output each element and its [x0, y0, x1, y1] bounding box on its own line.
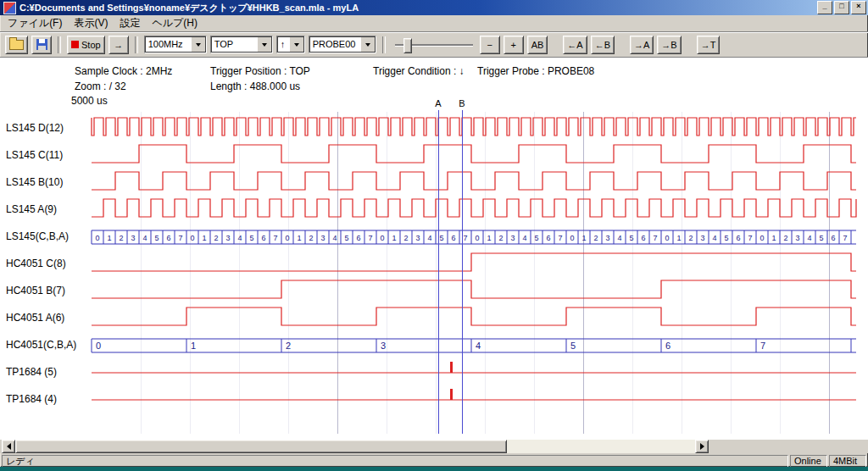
zoom-slider-thumb[interactable]	[403, 38, 412, 53]
menu-file[interactable]: ファイル(F)	[2, 14, 68, 32]
run-button[interactable]: →	[108, 36, 129, 54]
sample-rate-select[interactable]: 100MHz	[144, 36, 207, 53]
probe-value: PROBE00	[309, 36, 360, 53]
menubar: ファイル(F) 表示(V) 設定 ヘルプ(H)	[0, 15, 868, 31]
minimize-button[interactable]: _	[817, 1, 832, 14]
window-title: C:¥Documents and Settings¥noname¥デスクトップ¥…	[19, 2, 815, 14]
zoom-out-button[interactable]: −	[480, 36, 500, 54]
goto-cursor-b-right-button[interactable]: →B	[657, 36, 681, 54]
app-window: C:¥Documents and Settings¥noname¥デスクトップ¥…	[0, 0, 868, 467]
menu-view[interactable]: 表示(V)	[68, 14, 114, 32]
stop-label: Stop	[81, 40, 101, 50]
chevron-down-icon	[294, 43, 299, 47]
status-ready: レディ	[2, 455, 788, 467]
trigger-edge-dropdown-button[interactable]	[289, 36, 304, 53]
scroll-right-button[interactable]	[695, 440, 709, 453]
menu-settings[interactable]: 設定	[114, 14, 146, 32]
zoom-slider[interactable]	[392, 36, 476, 53]
titlebar[interactable]: C:¥Documents and Settings¥noname¥デスクトップ¥…	[0, 0, 868, 15]
arrow-right-icon	[700, 443, 704, 450]
save-floppy-icon	[36, 39, 47, 50]
maximize-button[interactable]: □	[834, 1, 849, 14]
scrollbar-track[interactable]	[2, 440, 709, 453]
sample-rate-value: 100MHz	[145, 36, 191, 53]
save-button[interactable]	[31, 36, 52, 54]
goto-cursor-a-right-button[interactable]: →A	[630, 36, 654, 54]
menu-help[interactable]: ヘルプ(H)	[146, 14, 203, 32]
app-icon	[3, 2, 16, 14]
open-folder-icon	[9, 40, 24, 50]
cursor-ab-button[interactable]: AB	[527, 36, 548, 54]
statusbar: レディ Online 4MBit	[0, 455, 868, 467]
arrow-left-icon	[7, 443, 11, 450]
chevron-down-icon	[196, 43, 201, 47]
trigger-position-value: TOP	[211, 36, 257, 53]
close-button[interactable]: ×	[851, 1, 866, 14]
chevron-down-icon	[365, 43, 370, 47]
toolbar-separator	[58, 36, 61, 53]
scrollbar-thumb[interactable]	[15, 440, 507, 453]
open-button[interactable]	[5, 36, 28, 54]
horizontal-scrollbar[interactable]	[0, 440, 868, 453]
toolbar-separator	[135, 36, 138, 53]
trigger-edge-value: ↑	[277, 36, 289, 53]
stop-button[interactable]: Stop	[67, 36, 105, 54]
stop-icon	[71, 41, 79, 48]
status-memory: 4MBit	[829, 455, 866, 467]
goto-trigger-button[interactable]: →T	[697, 36, 721, 54]
toolbar: Stop → 100MHz TOP ↑ PROBE00 − + AB	[0, 31, 868, 58]
trigger-position-dropdown-button[interactable]	[257, 36, 272, 53]
toolbar-separator	[382, 36, 386, 53]
waveform-client-area	[0, 58, 868, 440]
goto-cursor-b-left-button[interactable]: ←B	[591, 36, 615, 54]
zoom-in-button[interactable]: +	[504, 36, 524, 54]
probe-select[interactable]: PROBE00	[309, 36, 376, 53]
goto-cursor-a-left-button[interactable]: ←A	[563, 36, 587, 54]
run-arrow-icon: →	[114, 40, 123, 50]
sample-rate-dropdown-button[interactable]	[191, 36, 206, 53]
chevron-down-icon	[262, 43, 267, 47]
probe-dropdown-button[interactable]	[360, 36, 376, 53]
scroll-left-button[interactable]	[2, 440, 15, 453]
trigger-position-select[interactable]: TOP	[210, 36, 273, 53]
trigger-edge-select[interactable]: ↑	[276, 36, 305, 53]
status-online: Online	[790, 455, 827, 467]
